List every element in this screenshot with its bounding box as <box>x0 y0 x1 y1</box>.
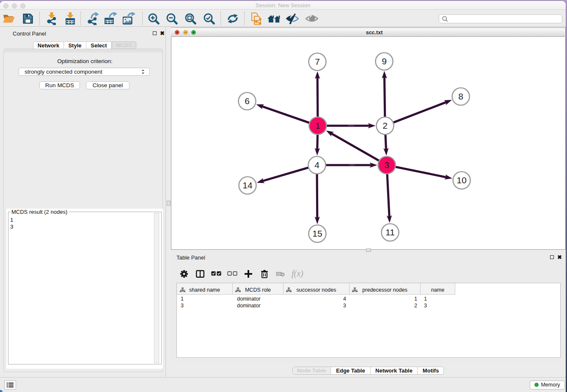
svg-text:11: 11 <box>385 227 395 237</box>
svg-text:8: 8 <box>458 91 463 101</box>
svg-text:f(x): f(x) <box>292 269 303 279</box>
svg-text:2: 2 <box>383 121 388 130</box>
svg-text:10: 10 <box>457 175 466 185</box>
svg-text:4: 4 <box>314 160 319 170</box>
svg-text:3: 3 <box>384 160 389 170</box>
svg-text:1: 1 <box>315 121 320 130</box>
svg-text:9: 9 <box>382 56 387 66</box>
svg-text:7: 7 <box>315 57 320 66</box>
svg-text:14: 14 <box>242 180 253 190</box>
svg-text:6: 6 <box>245 96 250 106</box>
svg-text:15: 15 <box>312 229 322 238</box>
